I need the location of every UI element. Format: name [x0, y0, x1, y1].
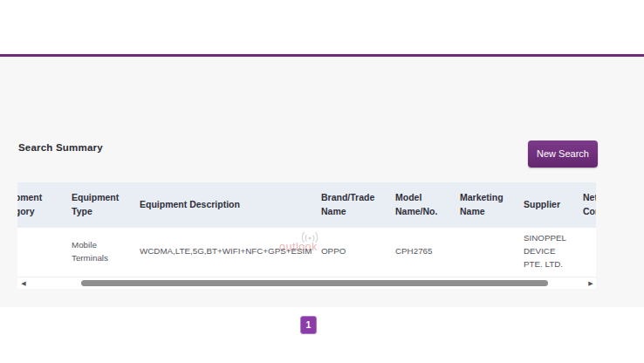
col-header-equipment-type: Equipment Type [65, 182, 133, 228]
col-header-brand-trade-name: Brand/Trade Name [314, 182, 388, 228]
col-header-equipment-category: Equipment Category [17, 182, 65, 228]
cell-equipment-type: Mobile Terminals [65, 228, 133, 277]
page-title: Search Summary [18, 142, 103, 153]
col-header-network-configuration: Network Configuration [576, 182, 596, 228]
pagination-page-1[interactable]: 1 [300, 316, 317, 334]
horizontal-scrollbar[interactable]: ◀ ▶ [17, 277, 596, 289]
new-search-button[interactable]: New Search [528, 140, 598, 168]
col-header-supplier: Supplier [517, 182, 576, 228]
cell-supplier: SINOPPEL DEVICE PTE. LTD. [517, 228, 576, 277]
cell-marketing-name [453, 228, 517, 277]
col-header-equipment-description: Equipment Description [133, 182, 314, 228]
cell-network-configuration [576, 228, 596, 277]
cell-brand-trade-name: OPPO [314, 228, 388, 277]
scroll-left-icon[interactable]: ◀ [19, 278, 28, 289]
page: Search Summary New Search outlook [0, 0, 644, 363]
results-table: Equipment Category Equipment Type Equipm… [17, 182, 596, 277]
search-summary-panel: Search Summary New Search outlook [0, 57, 644, 308]
cell-equipment-description: WCDMA,LTE,5G,BT+WIFI+NFC+GPS+ESIM [133, 228, 314, 277]
table-header-row: Equipment Category Equipment Type Equipm… [17, 182, 596, 228]
scroll-right-icon[interactable]: ▶ [586, 278, 595, 289]
cell-equipment-category [17, 228, 65, 277]
col-header-model-name-no: Model Name/No. [388, 182, 453, 228]
scrollbar-thumb[interactable] [81, 280, 548, 286]
table-row: Mobile Terminals WCDMA,LTE,5G,BT+WIFI+NF… [17, 228, 596, 277]
results-table-container: outlook Equipment Category Equipment Typ… [17, 182, 596, 289]
col-header-marketing-name: Marketing Name [453, 182, 517, 228]
cell-model-name-no: CPH2765 [388, 228, 453, 277]
